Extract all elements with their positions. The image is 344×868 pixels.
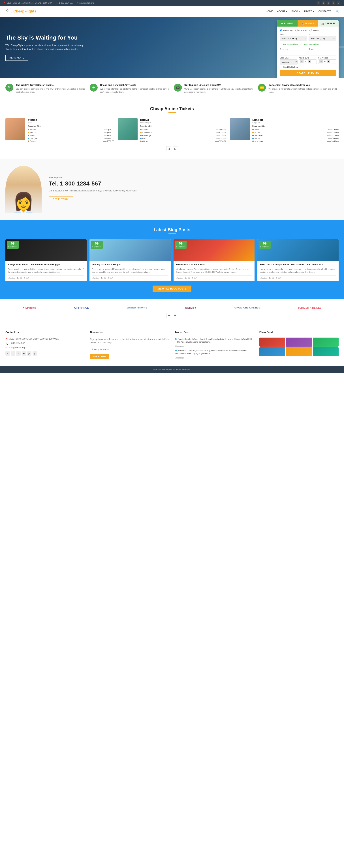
hotels-icon: 🏨 — [302, 22, 304, 25]
location-icon: 📍 — [4, 2, 6, 4]
blog-card-1-body: 9 Ways to Become a Successful Travel Blo… — [5, 261, 87, 281]
footer-googleplus-link[interactable]: g+ — [27, 351, 31, 355]
feature-1-title: The World's Travel Search Engine — [16, 84, 86, 86]
blog-post-desc-2: Paris is one of top-rated European citie… — [92, 268, 169, 274]
tab-flights[interactable]: ✈ FLIGHTS — [277, 21, 297, 27]
next-partners-button[interactable]: ▶ — [173, 313, 178, 318]
direct-flights-checkbox[interactable] — [280, 66, 282, 68]
email-text: info@sitelink.org — [79, 2, 94, 4]
footer-email: ✉ info@sitelink.org — [5, 346, 85, 349]
nav-about[interactable]: ABOUT ▾ — [277, 10, 287, 13]
get-in-touch-button[interactable]: GET IN TOUCH — [49, 196, 74, 202]
hero-read-more-button[interactable]: READ MORE — [5, 55, 28, 61]
email-icon: ✉ — [77, 2, 78, 4]
nav-home[interactable]: HOME — [266, 10, 273, 13]
nearby-from[interactable]: Add Nearby Airports — [280, 42, 299, 45]
twitter-meta-2: 5 hours ago — [175, 357, 254, 359]
dot-icon — [140, 135, 142, 136]
blog-date-4: 09 September — [259, 241, 270, 249]
round-trip-label[interactable]: Round Trip — [280, 29, 292, 31]
flickr-grid — [259, 338, 339, 356]
route-item: ViennaFrom$134.00 — [28, 131, 114, 134]
nav-contacts[interactable]: CONTACTS — [318, 10, 331, 13]
dot-icon — [28, 135, 29, 136]
googleplus-link[interactable]: g — [327, 1, 330, 5]
return-input[interactable] — [309, 51, 336, 56]
logo-text: CheapFlights — [13, 9, 36, 13]
footer-pinterest-link[interactable]: p — [32, 351, 37, 355]
tab-hotels[interactable]: 🏨 HOTELS — [297, 21, 318, 27]
dot-icon — [252, 135, 254, 136]
flickr-image-6[interactable] — [313, 347, 339, 356]
to-select[interactable]: New York (JFK) — [309, 36, 336, 41]
footer-twitter-link[interactable]: t — [11, 351, 15, 355]
from-select[interactable]: New Delhi (DEL) — [280, 36, 307, 41]
search-icon[interactable]: 🔍 — [336, 10, 339, 13]
about-chevron-icon: ▾ — [286, 10, 287, 13]
dot-icon — [28, 141, 29, 142]
one-way-label[interactable]: One Way — [295, 29, 307, 31]
nearby-from-checkbox[interactable] — [280, 42, 282, 45]
destinations-slider-controls: ◀ ▶ — [5, 146, 339, 151]
article-icon: 📄 — [92, 277, 94, 279]
blog-post-title-3: How to Make Travel Videos — [176, 263, 253, 266]
support-phone: Tel. 1-800-1234-567 — [49, 180, 339, 187]
twitter-link[interactable]: t — [322, 1, 325, 5]
blog-card-3: 09 September How to Make Travel Videos I… — [174, 239, 255, 281]
flickr-image-3[interactable] — [313, 338, 339, 347]
nearby-to-checkbox[interactable] — [301, 42, 303, 45]
one-way-radio[interactable] — [295, 29, 298, 31]
footer-address: 📍 2130 Fulton Street, San Diego, CA 9417… — [5, 338, 85, 340]
next-destinations-button[interactable]: ▶ — [173, 146, 178, 151]
dot-icon — [140, 137, 142, 139]
booking-widget: ✈ FLIGHTS 🏨 HOTELS 🚗 CAR HIRE Round Trip — [277, 21, 339, 78]
flickr-image-5[interactable] — [286, 347, 312, 356]
dot-icon — [140, 141, 142, 142]
linkedin-link[interactable]: in — [332, 1, 335, 5]
hero-content: The Sky is Waiting for You With CheapFli… — [0, 25, 90, 70]
adults-minus-button[interactable]: − — [300, 60, 304, 63]
prev-partners-button[interactable]: ◀ — [166, 313, 171, 318]
blog-meta-1: 📄Article 💬23 👁684 — [8, 275, 84, 279]
twitter-post-1: 🐦 Ready, Steady, Go! Join Our @CheapFlig… — [175, 338, 254, 343]
prev-destinations-button[interactable]: ◀ — [166, 146, 171, 151]
tab-carhire[interactable]: 🚗 CAR HIRE — [318, 21, 339, 27]
departure-input[interactable] — [280, 51, 307, 56]
search-flights-button[interactable]: SEARCH FLIGHTS — [280, 70, 336, 76]
route-item: AtlantaFrom$98.00 — [140, 128, 226, 131]
eye-icon: 👁 — [192, 277, 194, 279]
footer-facebook-link[interactable]: f — [5, 351, 10, 355]
comment-icon: 💬 — [101, 277, 104, 279]
youtube-link[interactable]: ▶ — [337, 1, 340, 5]
multi-city-radio[interactable] — [310, 29, 312, 31]
footer-instagram-link[interactable]: in — [16, 351, 21, 355]
cabin2-minus-button[interactable]: − — [319, 60, 323, 63]
feature-4-desc: We provide a variety of payment methods … — [268, 87, 339, 93]
multi-city-label[interactable]: Multi-city — [310, 29, 320, 31]
newsletter-subscribe-button[interactable]: SUBSCRIBE — [90, 354, 109, 359]
address-item: 📍 2130 Fulton Street, San Diego, CA 9417… — [4, 2, 52, 4]
nearby-to[interactable]: Add Nearby Airports — [301, 42, 320, 45]
partners-slider-controls: ◀ ▶ — [5, 313, 339, 318]
venice-departure: Departure City: — [28, 125, 114, 127]
nav-pages[interactable]: PAGES ▾ — [304, 10, 314, 13]
logo-flights: Flights — [24, 9, 36, 13]
round-trip-radio[interactable] — [280, 29, 282, 31]
blog-card-2: 09 September Visiting Paris on a Budget … — [89, 239, 171, 281]
views-count-4: 👁684 — [276, 277, 281, 279]
newsletter-email-input[interactable] — [90, 347, 169, 352]
footer-youtube-link[interactable]: ▶ — [22, 351, 26, 355]
flickr-image-1[interactable] — [259, 338, 285, 347]
cabin-select[interactable]: Economy — [280, 59, 297, 64]
facebook-link[interactable]: f — [317, 1, 320, 5]
nav-blog[interactable]: BLOG ▾ — [291, 10, 300, 13]
flickr-image-4[interactable] — [259, 347, 285, 356]
view-all-blog-button[interactable]: VIEW ALL BLOG POSTS — [152, 285, 192, 292]
cabin2-group: Cabin Class − 0 + — [318, 57, 336, 64]
cabin2-plus-button[interactable]: + — [327, 60, 330, 63]
email-item: ✉ info@sitelink.org — [77, 2, 94, 4]
footer-contact-col: Contact Us 📍 2130 Fulton Street, San Die… — [5, 331, 85, 361]
main-nav: HOME ABOUT ▾ BLOG ▾ PAGES ▾ CONTACTS 🔍 — [266, 10, 339, 13]
flickr-image-2[interactable] — [286, 338, 312, 347]
adults-plus-button[interactable]: + — [308, 60, 311, 63]
